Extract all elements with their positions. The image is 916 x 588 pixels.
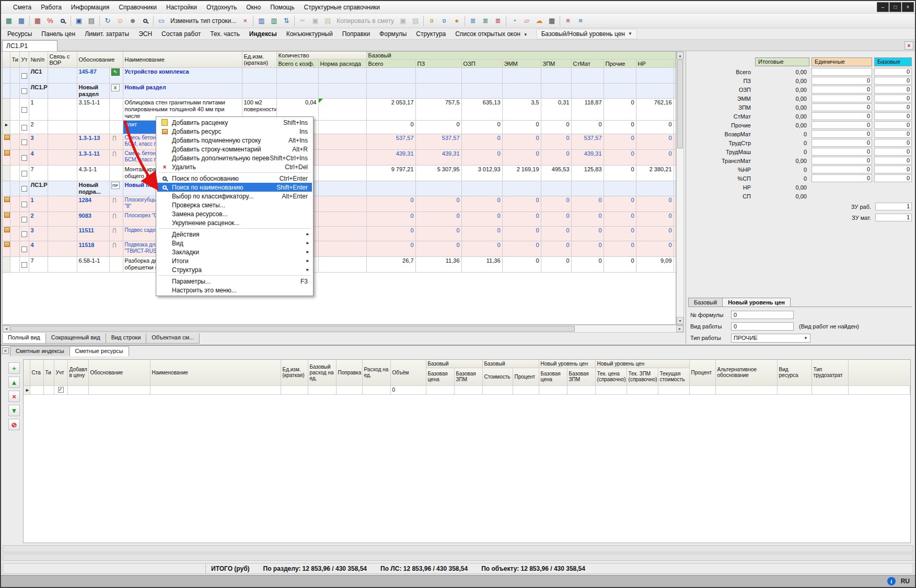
cell-value[interactable] [502,84,541,99]
zu-input[interactable]: 1 [875,214,912,221]
cell-vor[interactable] [48,150,77,166]
context-menu-item[interactable]: Поиск по наименованиюShift+Enter [157,183,312,192]
vertical-scroll-thumb[interactable] [677,60,683,148]
cell-value[interactable]: 11,36 [415,257,461,273]
cell-type[interactable] [10,150,19,166]
scroll-down-icon[interactable]: ▼ [677,317,683,324]
resource-cell-name[interactable] [150,385,281,394]
menubar-item[interactable]: Помощь [265,2,299,13]
close-panel-icon[interactable]: × [2,347,9,354]
resource-cell-tc[interactable] [595,385,627,394]
cell-norm[interactable] [318,227,366,241]
row-checkbox[interactable] [21,139,27,145]
grid-row[interactable]: ►2плит00000000 [3,121,676,134]
view-tab-конъюнктурный[interactable]: Конъюнктурный [282,29,338,39]
unit-value-input[interactable]: 0 [811,77,872,85]
layers-red-icon[interactable]: ≡ [562,15,574,27]
cell-value[interactable]: 0 [636,121,674,134]
column-header[interactable]: Альтернативное обоснование [715,360,777,385]
work-kind-input[interactable]: 0 [731,322,794,331]
new-estimate-icon[interactable]: ▦ [3,15,15,27]
cell-value[interactable]: 9 797,21 [366,166,415,181]
grid-row[interactable]: 74.3-1-1Монтаж крана электобщего назначе… [3,166,676,181]
row-checkbox[interactable] [21,246,27,252]
column-header[interactable] [3,52,10,68]
search-icon[interactable] [56,15,69,27]
cell-justification[interactable]: 1.3-1-13 [77,134,109,150]
cell-type[interactable] [10,241,19,257]
cell-norm[interactable] [318,166,366,181]
cell-type[interactable] [10,99,19,121]
unit-value-input[interactable]: 0 [811,112,872,120]
column-header[interactable]: Ед.изм. (краткая) [281,360,308,385]
cell-justification[interactable]: 1.3-1-11 [77,150,109,166]
resource-tab[interactable]: Сметные индексы [10,346,70,356]
cell-value[interactable]: 0 [415,241,461,257]
cell-value[interactable]: 0 [366,121,415,134]
cell-value[interactable]: 118,87 [571,99,604,121]
cell-value[interactable]: 0 [502,257,541,273]
column-header[interactable] [24,360,30,385]
cell-include[interactable] [19,227,29,241]
cell-value[interactable]: 125,83 [571,166,604,181]
cell-value[interactable]: 5 307,95 [415,166,461,181]
sort-desc-icon[interactable]: ≣ [479,15,492,27]
cell-justification[interactable]: 11511 [77,227,109,241]
row-selector[interactable] [3,181,10,196]
cell-value[interactable]: 0 [461,196,502,212]
cell-icon[interactable] [109,134,123,150]
cell-value[interactable]: 635,13 [461,99,502,121]
column-header[interactable]: Ти [43,360,54,385]
cell-value[interactable] [461,68,502,84]
cell-value[interactable]: 0 [541,241,571,257]
chart-icon[interactable]: ◔ [508,15,520,27]
cell-value[interactable]: 0 [636,134,674,150]
base-value-input[interactable]: 0 [874,174,912,182]
base-value-input[interactable]: 0 [874,148,912,156]
resource-cell-brash[interactable] [308,385,336,394]
column-header[interactable]: НР [636,60,674,68]
context-menu-item[interactable]: ×УдалитьCtrl+Del [157,162,312,171]
cell-icon[interactable] [109,241,123,257]
grid-row[interactable]: 13.15-1-1Облицовка стен гранитными плита… [3,99,676,121]
menubar-item[interactable]: Работа [36,2,66,13]
base-value-input[interactable]: 0 [874,139,912,147]
cell-value[interactable] [502,68,541,84]
cell-value[interactable]: 757,5 [415,99,461,121]
cancel-icon[interactable]: ⊘ [8,419,20,430]
column-header[interactable]: Базовый расход на ед. [308,360,336,385]
export-doc-icon[interactable]: ▥ [268,15,280,27]
context-menu-item[interactable]: Замена ресурсов... [157,209,312,218]
formula-input[interactable]: 0 [731,311,794,319]
base-value-input[interactable]: 0 [874,95,912,102]
column-header[interactable]: Всего [366,60,415,68]
column-header[interactable]: Тек. ЗПМ (справочно) [627,368,658,385]
cell-value[interactable]: 0 [571,121,604,134]
context-menu-item[interactable]: Добавить подчиненную строкуAlt+Ins [157,136,312,145]
cell-value[interactable]: 0 [604,121,636,134]
cell-icon[interactable] [109,121,123,134]
cell-npp[interactable]: 1 [29,196,48,212]
view-tab-тех-часть[interactable]: Тех. часть [205,29,244,39]
cell-type[interactable] [10,68,19,84]
row-checkbox[interactable] [58,387,64,393]
view-tab-формулы[interactable]: Формулы [375,29,411,39]
menubar-item[interactable]: Справочники [114,2,161,13]
view-tab-лимит-затраты[interactable]: Лимит. затраты [80,29,134,39]
cell-icon[interactable]: ✎ [109,68,123,84]
cell-type[interactable] [10,181,19,196]
cell-norm[interactable] [318,121,366,134]
menubar-item[interactable]: Окно [241,2,265,13]
zu-input[interactable]: 1 [875,203,912,210]
grid-row[interactable]: 411518Подвязка для расте"ТВИСТ-RUSCAD"00… [3,241,676,257]
row-checkbox[interactable] [21,231,27,237]
menubar-item[interactable]: Информация [66,2,114,13]
cell-value[interactable] [366,84,415,99]
row-selector[interactable] [3,212,10,227]
cell-value[interactable] [541,84,571,99]
cell-value[interactable]: 0 [502,212,541,227]
grid-row[interactable]: 29083Плоскорез "Стрих" с00000000 [3,212,676,227]
resource-cell-proc1[interactable] [513,385,539,394]
view-mode-tab[interactable]: Сокращенный вид [45,333,106,344]
row-checkbox[interactable] [21,73,27,79]
